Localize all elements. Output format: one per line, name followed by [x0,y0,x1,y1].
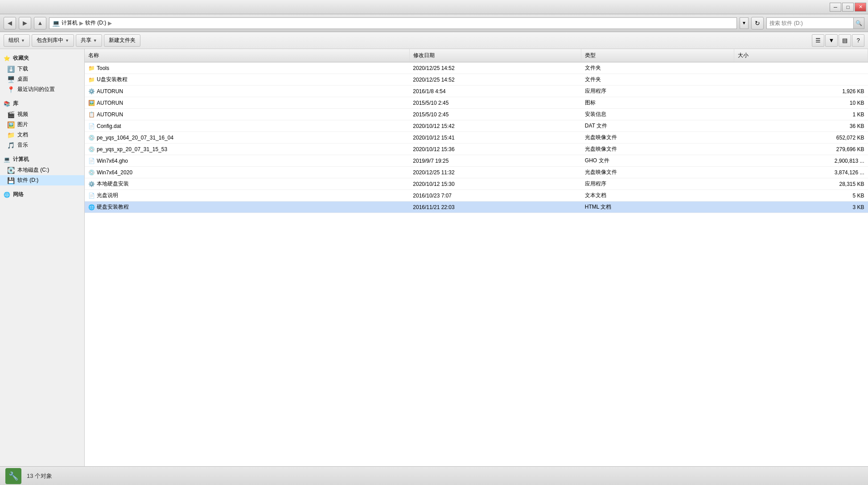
table-row[interactable]: 📄Win7x64.gho2019/9/7 19:25GHO 文件2,900,81… [85,155,868,167]
forward-button[interactable]: ▶ [19,17,31,29]
documents-label: 文档 [17,131,28,139]
back-button[interactable]: ◀ [4,17,16,29]
sidebar-item-music[interactable]: 🎵 音乐 [0,140,84,150]
file-area: 名称 修改日期 类型 大小 📁Tools2020/12/25 14:52文件夹📁… [85,49,868,466]
add-to-lib-button[interactable]: 包含到库中 ▼ [32,34,74,47]
maximize-button[interactable]: □ [842,3,854,12]
col-header-modified[interactable]: 修改日期 [409,49,581,62]
file-name: AUTORUN [97,111,123,118]
file-icon: 📋 [88,111,95,118]
table-row[interactable]: 📋AUTORUN2015/5/10 2:45安装信息1 KB [85,109,868,120]
favorites-star-icon: ⭐ [4,55,10,62]
network-section: 🌐 网络 [0,189,84,200]
file-name: pe_yqs_1064_20_07_31_16_04 [97,135,173,141]
table-row[interactable]: 📄Config.dat2020/10/12 15:42DAT 文件36 KB [85,120,868,132]
video-icon: 🎬 [7,111,15,118]
path-computer[interactable]: 计算机 [62,19,78,27]
pictures-label: 图片 [17,121,28,128]
preview-button[interactable]: ▤ [839,34,851,47]
table-row[interactable]: 📁Tools2020/12/25 14:52文件夹 [85,62,868,74]
library-section: 📚 库 🎬 视频 🖼️ 图片 📁 文档 🎵 音乐 [0,98,84,150]
sidebar-item-pictures[interactable]: 🖼️ 图片 [0,119,84,130]
pictures-icon: 🖼️ [7,121,15,128]
share-button[interactable]: 共享 ▼ [76,34,102,47]
sidebar-item-video[interactable]: 🎬 视频 [0,109,84,119]
address-path[interactable]: 💻 计算机 ▶ 软件 (D:) ▶ [49,17,737,29]
view-list-button[interactable]: ☰ [812,34,824,47]
search-input[interactable] [767,18,853,29]
close-button[interactable]: ✕ [855,3,866,12]
organize-label: 组织 [8,37,19,44]
file-name: 硬盘安装教程 [97,203,129,211]
download-icon: ⬇️ [7,66,15,73]
file-name-cell: 📄光盘说明 [85,190,409,201]
sidebar-item-desktop[interactable]: 🖥️ 桌面 [0,74,84,84]
minimize-button[interactable]: ─ [830,3,841,12]
table-row[interactable]: 💿pe_yqs_xp_20_07_31_15_532020/10/12 15:3… [85,144,868,155]
sidebar-item-ddrive[interactable]: 💾 软件 (D:) [0,175,84,185]
new-folder-button[interactable]: 新建文件夹 [104,34,140,47]
file-icon: 🌐 [88,204,95,210]
file-size-cell: 36 KB [734,120,868,132]
table-row[interactable]: ⚙️AUTORUN2016/1/8 4:54应用程序1,926 KB [85,86,868,97]
computer-section-icon: 💻 [4,156,10,163]
organize-arrow: ▼ [21,38,25,43]
sidebar-item-recent[interactable]: 📍 最近访问的位置 [0,84,84,95]
col-header-size[interactable]: 大小 [734,49,868,62]
file-name: AUTORUN [97,88,123,95]
file-date-cell: 2016/10/23 7:07 [409,190,581,201]
download-label: 下载 [17,65,28,73]
file-date-cell: 2015/5/10 2:45 [409,97,581,109]
network-label: 网络 [13,191,24,198]
file-name-cell: ⚙️本地硬盘安装 [85,178,409,190]
file-name-cell: 📋AUTORUN [85,109,409,120]
address-dropdown[interactable]: ▼ [740,17,749,29]
table-row[interactable]: ⚙️本地硬盘安装2020/10/12 15:30应用程序28,315 KB [85,178,868,190]
table-row[interactable]: 💿pe_yqs_1064_20_07_31_16_042020/10/12 15… [85,132,868,144]
cdrive-icon: 💽 [7,167,15,174]
file-size-cell: 652,072 KB [734,132,868,144]
sidebar-item-documents[interactable]: 📁 文档 [0,130,84,140]
file-name-cell: ⚙️AUTORUN [85,86,409,97]
organize-button[interactable]: 组织 ▼ [4,34,30,47]
table-row[interactable]: 📁U盘安装教程2020/12/25 14:52文件夹 [85,74,868,86]
file-date-cell: 2019/9/7 19:25 [409,155,581,167]
file-icon: 💿 [88,169,95,176]
status-count: 13 个对象 [27,472,52,480]
search-button[interactable]: 🔍 [853,18,864,29]
view-dropdown-button[interactable]: ▼ [825,34,838,47]
file-type-cell: 应用程序 [581,86,734,97]
file-icon: 📁 [88,65,95,71]
library-icon: 📚 [4,101,10,107]
up-button[interactable]: ▲ [34,17,46,29]
computer-label: 计算机 [13,156,29,163]
file-icon: ⚙️ [88,181,95,187]
table-row[interactable]: 📄光盘说明2016/10/23 7:07文本文档5 KB [85,190,868,201]
col-header-name[interactable]: 名称 [85,49,409,62]
network-header: 🌐 网络 [0,189,84,200]
recent-icon: 📍 [7,86,15,93]
file-date-cell: 2020/12/25 14:52 [409,62,581,74]
file-type-cell: 光盘映像文件 [581,144,734,155]
cdrive-label: 本地磁盘 (C:) [17,166,49,174]
sidebar-item-cdrive[interactable]: 💽 本地磁盘 (C:) [0,165,84,175]
file-type-cell: GHO 文件 [581,155,734,167]
path-drive[interactable]: 软件 (D:) [85,19,106,27]
window-controls: ─ □ ✕ [830,3,866,12]
desktop-label: 桌面 [17,75,28,83]
search-box: 🔍 [766,17,864,29]
file-icon: 🖼️ [88,100,95,106]
help-button[interactable]: ? [852,34,864,47]
sidebar-item-download[interactable]: ⬇️ 下载 [0,64,84,74]
share-arrow: ▼ [93,38,97,43]
table-row[interactable]: 💿Win7x64_20202020/12/25 11:32光盘映像文件3,874… [85,167,868,178]
table-row[interactable]: 🌐硬盘安装教程2016/11/21 22:03HTML 文档3 KB [85,201,868,213]
refresh-button[interactable]: ↻ [751,17,764,29]
file-name-cell: 💿Win7x64_2020 [85,167,409,178]
table-row[interactable]: 🖼️AUTORUN2015/5/10 2:45图标10 KB [85,97,868,109]
music-icon: 🎵 [7,142,15,149]
address-bar: ◀ ▶ ▲ 💻 计算机 ▶ 软件 (D:) ▶ ▼ ↻ 🔍 [0,14,868,32]
add-to-lib-arrow: ▼ [65,38,69,43]
col-header-type[interactable]: 类型 [581,49,734,62]
main-layout: ⭐ 收藏夹 ⬇️ 下载 🖥️ 桌面 📍 最近访问的位置 📚 库 [0,49,868,466]
